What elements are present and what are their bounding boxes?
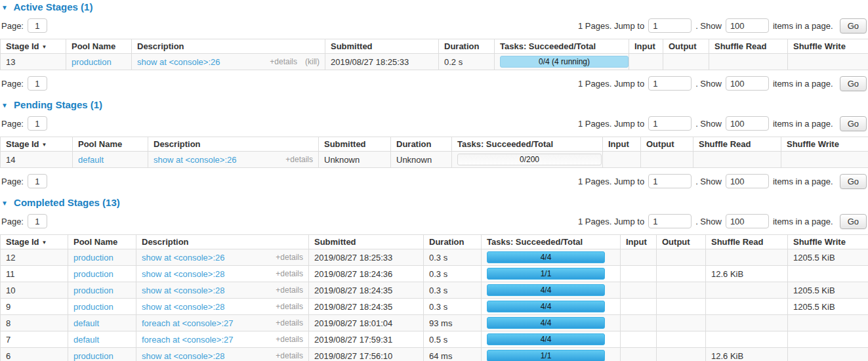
section-title-active[interactable]: ▼ Active Stages (1) [1, 1, 868, 12]
submitted-cell: 2019/08/27 17:59:31 [309, 331, 424, 348]
shuffle-read-cell [706, 282, 788, 299]
task-progress-bar: 1/1 [487, 350, 605, 361]
description-link[interactable]: show at <console>:26 [142, 253, 224, 263]
column-header-label: Stage Id [6, 237, 39, 247]
details-link[interactable]: +details [276, 253, 303, 262]
duration-cell: 0.3 s [424, 266, 482, 282]
page-number-input[interactable] [28, 18, 47, 33]
pool-link[interactable]: production [73, 302, 114, 312]
page-number-input[interactable] [28, 116, 47, 131]
jump-to-input[interactable] [648, 18, 692, 33]
column-header-input: Input [603, 137, 641, 152]
show-items-input[interactable] [726, 76, 769, 91]
page-label: Page: [1, 217, 24, 226]
pages-count-text: 1 Pages. Jump to [578, 79, 644, 89]
page-controls: 1 Pages. Jump to. Showitems in a page.Go [578, 18, 867, 33]
details-link[interactable]: +details [276, 351, 303, 360]
output-cell [657, 266, 706, 282]
pagination-row: Page:1 Pages. Jump to. Showitems in a pa… [1, 18, 867, 33]
show-items-input[interactable] [726, 116, 769, 131]
go-button[interactable]: Go [840, 214, 867, 229]
column-header-stage-id[interactable]: Stage Id▼ [1, 39, 66, 54]
pool-name-cell: default [73, 152, 148, 168]
description-cell: show at <console>:26+details(kill) [132, 54, 325, 70]
submitted-cell: Unknown [319, 152, 391, 168]
details-link[interactable]: +details [270, 57, 297, 66]
task-progress-bar: 4/4 [487, 333, 605, 345]
description-link[interactable]: show at <console>:26 [137, 57, 220, 67]
kill-link[interactable]: (kill) [305, 57, 320, 66]
jump-to-input[interactable] [648, 214, 692, 228]
pages-count-text: 1 Pages. Jump to [578, 21, 644, 31]
pool-name-cell: default [68, 315, 136, 331]
description-link[interactable]: foreach at <console>:27 [142, 335, 234, 345]
description-cell: show at <console>:28+details [136, 266, 309, 282]
output-cell [657, 249, 706, 266]
column-header-shuffle-read: Shuffle Read [693, 137, 781, 152]
details-link[interactable]: +details [276, 335, 303, 344]
show-items-input[interactable] [726, 18, 769, 33]
jump-to-input[interactable] [648, 76, 692, 91]
pool-link[interactable]: production [73, 253, 114, 263]
column-header-stage-id[interactable]: Stage Id▼ [1, 137, 73, 152]
description-link[interactable]: show at <console>:28 [142, 351, 224, 361]
column-header-label: Shuffle Read [699, 139, 751, 149]
page-indicator: Page: [1, 116, 47, 131]
show-items-input[interactable] [726, 174, 769, 188]
column-header-label: Tasks: Succeeded/Total [487, 237, 583, 247]
go-button[interactable]: Go [840, 18, 867, 33]
description-link[interactable]: show at <console>:28 [142, 286, 224, 295]
column-header-label: Shuffle Write [787, 139, 839, 149]
details-link[interactable]: +details [285, 155, 313, 164]
description-link[interactable]: foreach at <console>:27 [142, 318, 234, 328]
task-progress-label: 4/4 [541, 335, 552, 344]
go-button[interactable]: Go [840, 174, 867, 189]
stage-id-cell: 6 [1, 348, 68, 361]
description-actions: +details [276, 269, 303, 278]
pool-link[interactable]: production [73, 351, 114, 361]
section-title-pending[interactable]: ▼ Pending Stages (1) [1, 99, 868, 110]
column-header-stage-id[interactable]: Stage Id▼ [1, 235, 68, 249]
duration-cell: 0.2 s [439, 54, 495, 70]
table-row: 8defaultforeach at <console>:27+details2… [1, 315, 868, 331]
details-link[interactable]: +details [276, 286, 303, 295]
task-progress-bar: 4/4 [487, 284, 605, 296]
page-label: Page: [1, 79, 24, 89]
details-link[interactable]: +details [276, 318, 303, 328]
shuffle-write-cell: 1205.5 KiB [788, 282, 868, 299]
pool-link[interactable]: default [78, 155, 104, 165]
shuffle-read-cell [706, 331, 788, 348]
pool-link[interactable]: production [72, 57, 112, 67]
section-title-completed[interactable]: ▼ Completed Stages (13) [1, 197, 868, 208]
items-per-page-text: items in a page. [773, 119, 833, 129]
page-number-input[interactable] [28, 174, 47, 188]
tasks-cell: 4/4 [482, 299, 621, 315]
details-link[interactable]: +details [276, 269, 303, 278]
page-number-input[interactable] [28, 76, 47, 91]
description-link[interactable]: show at <console>:28 [142, 269, 224, 279]
input-cell [603, 152, 641, 168]
column-header-label: Duration [429, 237, 464, 247]
details-link[interactable]: +details [276, 302, 303, 311]
column-header-label: Duration [396, 139, 431, 149]
pool-link[interactable]: default [73, 335, 99, 345]
shuffle-write-cell [788, 348, 868, 361]
page-number-input[interactable] [28, 214, 47, 228]
jump-to-input[interactable] [648, 116, 692, 131]
go-button[interactable]: Go [840, 116, 867, 131]
show-items-input[interactable] [726, 214, 769, 228]
pool-link[interactable]: default [73, 318, 99, 328]
shuffle-read-cell: 12.6 KiB [706, 348, 788, 361]
stage-id-cell: 14 [1, 152, 73, 168]
tasks-cell: 0/200 [452, 152, 603, 168]
go-button[interactable]: Go [840, 76, 867, 91]
pool-link[interactable]: production [73, 269, 114, 279]
description-link[interactable]: show at <console>:26 [154, 155, 236, 165]
description-actions: +details [276, 351, 303, 360]
description-link[interactable]: show at <console>:28 [142, 302, 224, 312]
table-row: 12productionshow at <console>:26+details… [1, 249, 868, 266]
input-cell [621, 299, 657, 315]
jump-to-input[interactable] [648, 174, 692, 188]
pool-link[interactable]: production [73, 286, 114, 295]
tasks-cell: 4/4 [482, 315, 621, 331]
